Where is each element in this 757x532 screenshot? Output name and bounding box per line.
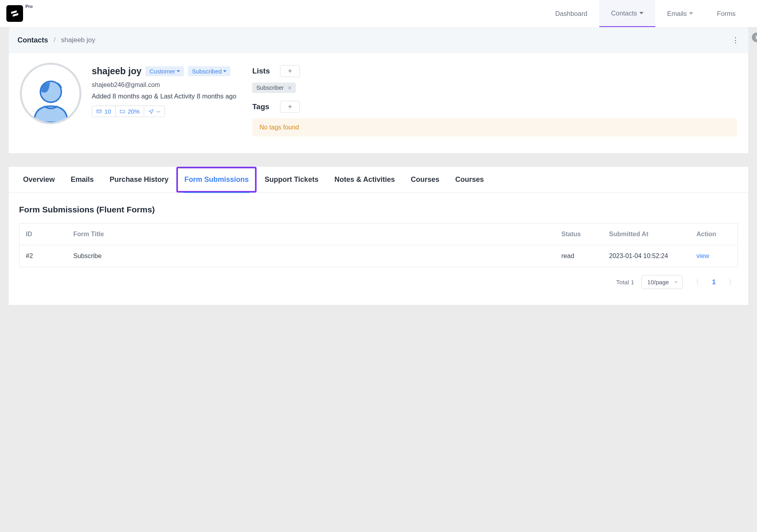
prev-page-button[interactable]: 〈	[690, 278, 702, 287]
col-submitted-at: Submitted At	[603, 224, 690, 245]
nav-emails[interactable]: Emails	[655, 0, 705, 27]
page-size-select[interactable]: 10/page	[641, 275, 683, 289]
nav-dashboard[interactable]: Dashboard	[543, 0, 599, 27]
nav-label: Contacts	[611, 10, 637, 17]
cell-submitted-at: 2023-01-04 10:52:24	[603, 245, 690, 267]
list-chip[interactable]: Subscriber ✕	[252, 83, 296, 93]
tab-label: Courses	[455, 175, 484, 183]
page-number[interactable]: 1	[709, 279, 719, 286]
plus-icon: +	[288, 103, 292, 111]
chevron-down-icon	[689, 12, 693, 15]
form-submissions-table: ID Form Title Status Submitted At Action…	[19, 223, 738, 267]
stat-sends[interactable]: --	[144, 106, 164, 117]
pagination-total: Total 1	[616, 279, 634, 286]
tags-title: Tags	[252, 102, 272, 111]
cell-form-title: Subscribe	[67, 245, 555, 267]
tab-label: Notes & Activities	[334, 175, 395, 183]
col-action: Action	[690, 224, 738, 245]
chevron-down-icon	[223, 70, 226, 72]
send-icon	[148, 108, 154, 114]
cell-id: #2	[19, 245, 67, 267]
next-page-button[interactable]: 〉	[726, 278, 738, 287]
stat-value: --	[156, 108, 160, 115]
chevron-down-icon	[177, 70, 180, 72]
expand-panel-button[interactable]	[752, 33, 757, 42]
tab-overview[interactable]: Overview	[15, 167, 63, 193]
tab-support-tickets[interactable]: Support Tickets	[257, 167, 326, 193]
chevron-right-icon: 〉	[728, 278, 736, 286]
svg-rect-1	[97, 110, 101, 113]
breadcrumb-current: shajeeb joy	[61, 36, 95, 44]
stat-open-rate[interactable]: 20%	[116, 106, 144, 117]
tab-purchase-history[interactable]: Purchase History	[102, 167, 176, 193]
tab-courses-2[interactable]: Courses	[447, 167, 492, 193]
tab-emails[interactable]: Emails	[63, 167, 102, 193]
table-row: #2 Subscribe read 2023-01-04 10:52:24 vi…	[19, 245, 738, 267]
add-list-button[interactable]: +	[280, 65, 300, 77]
nav-label: Emails	[667, 10, 687, 17]
tab-label: Support Tickets	[265, 175, 319, 183]
nav-contacts[interactable]: Contacts	[599, 0, 655, 27]
contact-tabs: Overview Emails Purchase History Form Su…	[9, 167, 748, 193]
tab-label: Form Submissions	[184, 175, 249, 183]
breadcrumb: Contacts / shajeeb joy ⋮	[9, 27, 748, 53]
breadcrumb-separator: /	[54, 36, 56, 44]
status-pill[interactable]: Subscribed	[188, 66, 230, 76]
kebab-icon: ⋮	[732, 36, 738, 44]
col-id: ID	[19, 224, 67, 245]
lists-title: Lists	[252, 67, 272, 75]
avatar	[20, 63, 81, 124]
folder-icon	[120, 108, 126, 114]
pagination: Total 1 10/page 〈 1 〉	[19, 275, 738, 289]
add-tag-button[interactable]: +	[280, 101, 300, 113]
nav-forms[interactable]: Forms	[705, 0, 747, 27]
col-status: Status	[555, 224, 603, 245]
remove-chip-icon[interactable]: ✕	[288, 85, 292, 91]
nav-label: Forms	[717, 10, 736, 17]
tab-label: Purchase History	[110, 175, 168, 183]
tab-form-submissions[interactable]: Form Submissions	[176, 167, 257, 193]
role-pill-label: Customer	[149, 68, 175, 75]
status-pill-label: Subscribed	[192, 68, 222, 75]
pro-badge: Pro	[25, 4, 33, 9]
mail-icon	[96, 108, 102, 114]
app-logo[interactable]	[6, 5, 23, 22]
contact-email: shajeeb246@gmail.com	[92, 81, 236, 89]
tab-courses[interactable]: Courses	[403, 167, 447, 193]
tab-notes-activities[interactable]: Notes & Activities	[326, 167, 403, 193]
more-actions-button[interactable]: ⋮	[731, 36, 740, 44]
tab-label: Emails	[71, 175, 94, 183]
view-link[interactable]: view	[697, 253, 709, 259]
stat-value: 10	[104, 108, 111, 115]
contact-meta: Added 8 months ago & Last Activity 8 mon…	[92, 93, 236, 100]
chevron-left-icon: 〈	[692, 278, 699, 286]
list-chip-label: Subscriber	[256, 85, 284, 91]
stat-emails[interactable]: 10	[92, 106, 116, 117]
role-pill[interactable]: Customer	[145, 66, 184, 76]
panel-title: Form Submissions (Fluent Forms)	[19, 205, 738, 214]
contact-name: shajeeb joy	[92, 66, 141, 77]
stat-value: 20%	[128, 108, 140, 115]
nav-label: Dashboard	[555, 10, 587, 17]
col-form-title: Form Title	[67, 224, 555, 245]
plus-icon: +	[288, 67, 292, 75]
chevron-down-icon	[639, 12, 643, 14]
cell-status: read	[555, 245, 603, 267]
no-tags-message: No tags found	[252, 118, 737, 137]
tab-label: Courses	[411, 175, 439, 183]
page-size-label: 10/page	[647, 279, 669, 285]
breadcrumb-root[interactable]: Contacts	[17, 36, 48, 44]
tab-label: Overview	[23, 175, 55, 183]
contact-stats: 10 20% --	[92, 106, 165, 117]
